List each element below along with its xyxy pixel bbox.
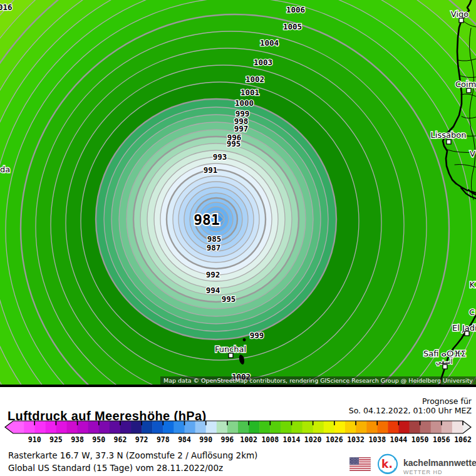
- svg-text:993: 993: [213, 152, 227, 162]
- raster-info: Rasterkarte 16.7 W, 37.3 N (Zoomstufe 2 …: [8, 450, 257, 460]
- brand-block: kachelmannwetter.com WETTER HD: [403, 458, 476, 476]
- svg-text:1000: 1000: [235, 98, 254, 108]
- svg-text:1062: 1062: [454, 435, 472, 444]
- svg-text:984: 984: [178, 435, 191, 444]
- map-attribution[interactable]: Map data © OpenStreetMap contributors, r…: [160, 376, 476, 385]
- svg-text:1002: 1002: [246, 75, 264, 84]
- svg-text:995: 995: [227, 139, 241, 148]
- svg-text:da: da: [0, 165, 10, 174]
- svg-text:Lissabon: Lissabon: [431, 130, 467, 140]
- svg-text:1026: 1026: [326, 435, 343, 444]
- forecast-info: Prognose für So. 04.12.2022, 01:00 Uhr M…: [349, 397, 472, 415]
- svg-text:k.: k.: [381, 458, 393, 470]
- svg-text:991: 991: [204, 165, 218, 175]
- isobar-rings: [0, 0, 476, 385]
- forecast-label: Prognose für: [349, 397, 472, 406]
- map-bottom-border: [0, 385, 476, 387]
- city-marker: [229, 353, 233, 358]
- svg-text:Funchal: Funchal: [215, 344, 246, 354]
- svg-text:1005: 1005: [283, 22, 302, 31]
- svg-text:996: 996: [221, 435, 234, 444]
- svg-text:910: 910: [28, 435, 41, 444]
- brand-domain: kachelmannwetter.com: [403, 458, 476, 468]
- svg-text:992: 992: [206, 270, 220, 279]
- svg-text:El Jadid: El Jadid: [452, 323, 476, 333]
- svg-text:995: 995: [222, 294, 236, 304]
- us-flag-icon: [349, 457, 371, 471]
- svg-text:Coimb: Coimb: [455, 80, 476, 89]
- svg-text:C: C: [469, 308, 475, 317]
- brand-tagline: WETTER HD: [403, 468, 476, 476]
- svg-text:1001: 1001: [241, 88, 259, 97]
- svg-text:987: 987: [207, 243, 221, 252]
- city-marker: [459, 18, 463, 23]
- svg-text:1020: 1020: [304, 435, 322, 444]
- svg-text:950: 950: [92, 435, 105, 444]
- city-marker: [465, 331, 469, 336]
- svg-text:1056: 1056: [433, 435, 450, 444]
- forecast-time: So. 04.12.2022, 01:00 Uhr MEZ: [349, 406, 472, 416]
- svg-text:981: 981: [194, 212, 220, 228]
- svg-text:1032: 1032: [347, 435, 365, 444]
- svg-text:1006: 1006: [286, 5, 305, 14]
- svg-text:016: 016: [0, 3, 13, 12]
- kachelmann-logo-icon: k.: [376, 453, 399, 475]
- svg-text:1004: 1004: [260, 38, 279, 48]
- city-marker: [443, 365, 447, 369]
- svg-text:1008: 1008: [261, 435, 279, 444]
- svg-text:990: 990: [199, 435, 212, 444]
- pressure-map-canvas[interactable]: 0161006100510041003100210011000999998997…: [0, 0, 476, 385]
- svg-text:V: V: [470, 149, 475, 158]
- svg-text:978: 978: [157, 435, 170, 444]
- city-marker: [447, 140, 451, 144]
- svg-text:925: 925: [49, 435, 63, 444]
- svg-text:985: 985: [207, 234, 222, 244]
- svg-text:1050: 1050: [411, 435, 429, 444]
- pressure-color-scale: 9109259389509629729789849909961002100810…: [0, 418, 476, 446]
- svg-text:972: 972: [135, 435, 148, 444]
- svg-text:962: 962: [114, 435, 127, 444]
- svg-text:1002: 1002: [240, 435, 257, 444]
- svg-text:Safi ⴰⵙⴼⵉ: Safi ⴰⵙⴼⵉ: [423, 349, 466, 358]
- svg-text:1003: 1003: [254, 58, 272, 67]
- svg-text:999: 999: [250, 331, 264, 340]
- svg-text:1014: 1014: [283, 435, 301, 444]
- svg-text:1038: 1038: [368, 435, 386, 444]
- city-marker: [467, 88, 471, 93]
- svg-text:997: 997: [234, 124, 249, 133]
- svg-text:938: 938: [71, 435, 84, 444]
- svg-text:Vigo: Vigo: [451, 9, 468, 19]
- svg-text:1044: 1044: [390, 435, 408, 444]
- svg-text:994: 994: [206, 286, 220, 295]
- weather-map[interactable]: 0161006100510041003100210011000999998997…: [0, 0, 476, 387]
- svg-text:K: K: [469, 280, 475, 289]
- model-info: Global US Standard (15 Tage) vom 28.11.2…: [8, 463, 223, 473]
